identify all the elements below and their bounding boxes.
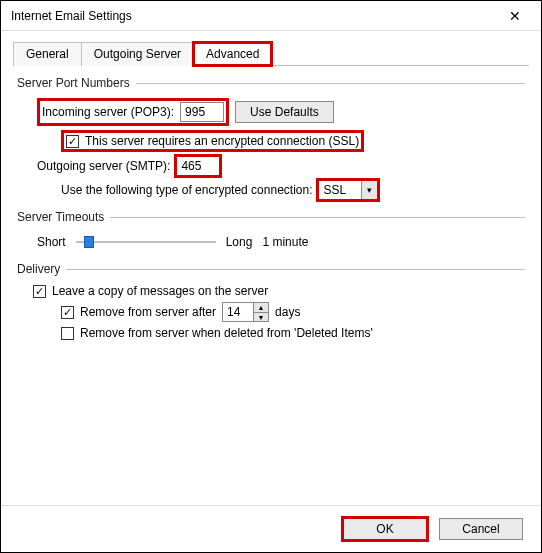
divider bbox=[110, 217, 525, 218]
leave-copy-label: Leave a copy of messages on the server bbox=[52, 284, 268, 298]
remove-deleted-label: Remove from server when deleted from 'De… bbox=[80, 326, 373, 340]
delivery-header-label: Delivery bbox=[17, 262, 60, 276]
timeout-slider[interactable] bbox=[76, 232, 216, 252]
cancel-button[interactable]: Cancel bbox=[439, 518, 523, 540]
row-timeout-slider: Short Long 1 minute bbox=[37, 232, 525, 252]
row-encryption: Use the following type of encrypted conn… bbox=[61, 180, 525, 200]
encryption-value: SSL bbox=[319, 183, 361, 197]
titlebar: Internet Email Settings ✕ bbox=[1, 1, 541, 31]
slider-track bbox=[76, 241, 216, 243]
section-header-delivery: Delivery bbox=[17, 262, 525, 276]
dialog-internet-email-settings: Internet Email Settings ✕ General Outgoi… bbox=[0, 0, 542, 553]
outgoing-port-input[interactable] bbox=[176, 156, 220, 176]
chevron-down-icon: ▾ bbox=[361, 181, 377, 199]
section-delivery: Delivery ✓ Leave a copy of messages on t… bbox=[17, 262, 525, 340]
timeout-short-label: Short bbox=[37, 235, 66, 249]
row-outgoing: Outgoing server (SMTP): bbox=[37, 156, 525, 176]
highlight-ssl: ✓ This server requires an encrypted conn… bbox=[61, 130, 364, 152]
remove-after-label: Remove from server after bbox=[80, 305, 216, 319]
ok-button[interactable]: OK bbox=[343, 518, 427, 540]
divider bbox=[136, 83, 525, 84]
checkbox-remove-after[interactable]: ✓ bbox=[61, 306, 74, 319]
tab-bar: General Outgoing Server Advanced bbox=[13, 41, 529, 66]
checkbox-leave-copy[interactable]: ✓ bbox=[33, 285, 46, 298]
tab-general[interactable]: General bbox=[13, 42, 82, 66]
incoming-port-input[interactable] bbox=[180, 102, 224, 122]
slider-thumb[interactable] bbox=[84, 236, 94, 248]
ports-header-label: Server Port Numbers bbox=[17, 76, 130, 90]
section-server-timeouts: Server Timeouts Short Long 1 minute bbox=[17, 210, 525, 252]
row-ssl-checkbox: ✓ This server requires an encrypted conn… bbox=[61, 130, 525, 152]
row-leave-copy: ✓ Leave a copy of messages on the server bbox=[33, 284, 525, 298]
section-server-port-numbers: Server Port Numbers Incoming server (POP… bbox=[17, 76, 525, 200]
chevron-down-icon[interactable]: ▼ bbox=[254, 312, 268, 321]
checkbox-ssl[interactable]: ✓ bbox=[66, 135, 79, 148]
dialog-title: Internet Email Settings bbox=[11, 9, 132, 23]
incoming-label: Incoming server (POP3): bbox=[42, 105, 174, 119]
row-remove-deleted: Remove from server when deleted from 'De… bbox=[61, 326, 525, 340]
remove-after-days-value: 14 bbox=[223, 305, 253, 319]
timeout-long-label: Long bbox=[226, 235, 253, 249]
highlight-incoming: Incoming server (POP3): bbox=[37, 98, 229, 126]
ssl-label: This server requires an encrypted connec… bbox=[85, 134, 359, 148]
spinner-arrows: ▲ ▼ bbox=[253, 303, 268, 321]
row-incoming: Incoming server (POP3): Use Defaults bbox=[37, 98, 525, 126]
close-button[interactable]: ✕ bbox=[495, 4, 535, 28]
dialog-footer: OK Cancel bbox=[1, 505, 541, 552]
outgoing-label: Outgoing server (SMTP): bbox=[37, 159, 170, 173]
days-label: days bbox=[275, 305, 300, 319]
close-icon: ✕ bbox=[509, 8, 521, 24]
encryption-select[interactable]: SSL ▾ bbox=[318, 180, 378, 200]
tab-outgoing-server[interactable]: Outgoing Server bbox=[81, 42, 194, 66]
checkbox-remove-deleted[interactable] bbox=[61, 327, 74, 340]
tab-advanced[interactable]: Advanced bbox=[193, 42, 272, 66]
divider bbox=[66, 269, 525, 270]
section-header-ports: Server Port Numbers bbox=[17, 76, 525, 90]
row-remove-after: ✓ Remove from server after 14 ▲ ▼ days bbox=[61, 302, 525, 322]
encryption-label: Use the following type of encrypted conn… bbox=[61, 183, 312, 197]
timeout-value: 1 minute bbox=[262, 235, 308, 249]
chevron-up-icon[interactable]: ▲ bbox=[254, 303, 268, 312]
remove-after-days-spinner[interactable]: 14 ▲ ▼ bbox=[222, 302, 269, 322]
use-defaults-button[interactable]: Use Defaults bbox=[235, 101, 334, 123]
section-header-timeouts: Server Timeouts bbox=[17, 210, 525, 224]
timeouts-header-label: Server Timeouts bbox=[17, 210, 104, 224]
content-area: General Outgoing Server Advanced Server … bbox=[1, 31, 541, 505]
